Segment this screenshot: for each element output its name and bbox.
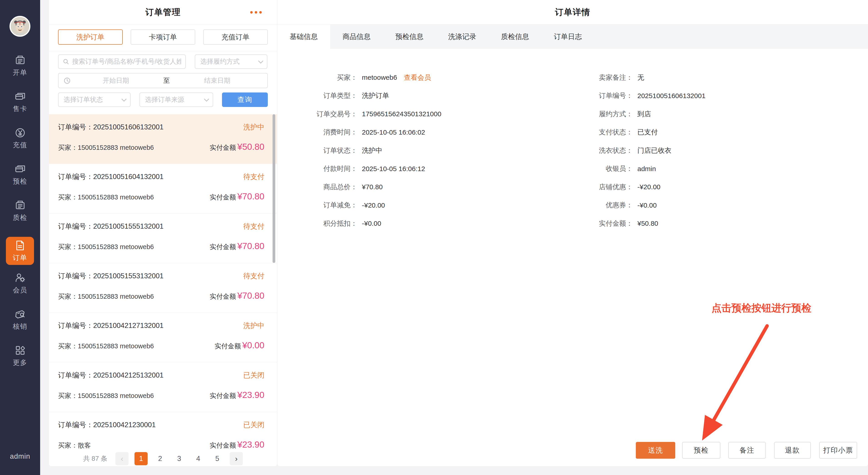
- tab-basic-info[interactable]: 基础信息: [277, 25, 330, 49]
- page-number-2[interactable]: 2: [154, 452, 167, 465]
- sidebar-item-huiyuan[interactable]: 会员: [0, 270, 40, 297]
- sidebar-item-label: 售卡: [13, 104, 27, 114]
- next-page-button[interactable]: ›: [230, 452, 243, 465]
- page-title: 订单管理: [145, 7, 181, 18]
- list-item[interactable]: 订单编号：202510051555132001 待支付 买家：150051528…: [49, 214, 277, 263]
- sidebar-item-kaidan[interactable]: 开单: [0, 52, 40, 79]
- member-icon: [14, 272, 26, 284]
- quality-icon: [14, 199, 26, 211]
- avatar-illustration: [11, 17, 29, 36]
- chevron-down-icon: [122, 97, 127, 102]
- order-status-select[interactable]: 选择订单状态: [58, 92, 131, 107]
- pagination: 共 87 条 ‹ 1 2 3 4 5 ›: [49, 451, 277, 466]
- order-detail-panel: 订单详情 基础信息 商品信息 预检信息 洗涤记录 质检信息 订单日志 买家： m…: [277, 0, 868, 466]
- more-icon: [14, 345, 26, 356]
- view-member-link[interactable]: 查看会员: [404, 73, 431, 82]
- fulfil-method-select[interactable]: 选择履约方式: [195, 54, 267, 69]
- tab-xihu-order[interactable]: 洗护订单: [58, 29, 123, 45]
- date-start-placeholder[interactable]: 开始日期: [71, 76, 161, 85]
- page-number-3[interactable]: 3: [173, 452, 186, 465]
- order-source-select[interactable]: 选择订单来源: [140, 92, 213, 107]
- recharge-icon: [14, 127, 26, 139]
- tab-kaxiang-order[interactable]: 卡项订单: [131, 29, 195, 45]
- page-number-5[interactable]: 5: [211, 452, 224, 465]
- detail-column-right: 卖家备注：无 订单编号：202510051606132001 履约方式：到店 支…: [550, 68, 706, 233]
- detail-row: 洗衣状态：门店已收衣: [550, 141, 706, 160]
- print-receipt-button[interactable]: 打印小票: [819, 442, 857, 459]
- precheck-icon: [14, 163, 26, 175]
- more-menu-icon[interactable]: •••: [250, 8, 264, 17]
- precheck-button[interactable]: 预检: [682, 442, 720, 459]
- detail-row: 实付金额：¥50.80: [550, 214, 706, 233]
- order-type-tabs: 洗护订单 卡项订单 充值订单: [58, 29, 268, 45]
- sidebar-item-shouka[interactable]: 售卡: [0, 88, 40, 116]
- detail-row: 订单类型：洗护订单: [277, 87, 441, 105]
- list-item[interactable]: 订单编号：202510042127132001 洗护中 买家：150051528…: [49, 313, 277, 362]
- paid-amount: 实付金额¥70.80: [210, 241, 265, 252]
- bill-icon: [14, 54, 26, 66]
- list-item[interactable]: 订单编号：202510042125132001 已关闭 买家：150051528…: [49, 362, 277, 412]
- list-item[interactable]: 订单编号：2025100421230001 已关闭 买家：散客 实付金额¥23.…: [49, 412, 277, 450]
- search-input[interactable]: 搜索订单号/商品名称/手机号/收货人姓: [58, 54, 186, 69]
- sidebar-item-dingdan[interactable]: 订单: [6, 237, 34, 265]
- list-item[interactable]: 订单编号：202510051606132001 洗护中 买家：150051528…: [49, 114, 277, 164]
- buyer-info: 买家：15005152883 metooweb6: [58, 193, 154, 202]
- sidebar-item-zhijian[interactable]: 质检: [0, 197, 40, 224]
- detail-row: 付款时间：2025-10-05 16:06:12: [277, 160, 441, 178]
- status-badge: 待支付: [243, 222, 265, 231]
- tab-quality-info[interactable]: 质检信息: [489, 25, 541, 49]
- send-wash-button[interactable]: 送洗: [636, 442, 675, 459]
- date-range-picker[interactable]: 开始日期 至 结束日期: [58, 73, 268, 88]
- sidebar-item-hexiao[interactable]: 核销: [0, 306, 40, 333]
- tab-precheck-info[interactable]: 预检信息: [383, 25, 436, 49]
- verify-icon: [14, 308, 26, 320]
- order-list: 订单编号：202510051606132001 洗护中 买家：150051528…: [49, 114, 277, 450]
- sidebar-item-label: 充值: [13, 140, 27, 150]
- detail-row: 订单编号：202510051606132001: [550, 87, 706, 105]
- remark-button[interactable]: 备注: [728, 442, 766, 459]
- detail-row: 优惠券：-¥0.00: [550, 196, 706, 215]
- page-number-1[interactable]: 1: [134, 452, 148, 465]
- tab-wash-record[interactable]: 洗涤记录: [436, 25, 489, 49]
- query-button[interactable]: 查询: [222, 92, 268, 107]
- buyer-info: 买家：15005152883 metooweb6: [58, 243, 154, 252]
- status-badge: 洗护中: [243, 122, 265, 132]
- avatar[interactable]: [9, 16, 30, 37]
- date-end-placeholder[interactable]: 结束日期: [172, 76, 262, 85]
- order-management-panel: 订单管理 ••• 洗护订单 卡项订单 充值订单 搜索订单号/商品名称/手机号/收…: [49, 0, 277, 466]
- order-number: 订单编号：202510051555132001: [58, 222, 163, 231]
- detail-column-left: 买家： metooweb6 查看会员 订单类型：洗护订单 订单交易号：17596…: [277, 68, 441, 233]
- detail-tabbar: 基础信息 商品信息 预检信息 洗涤记录 质检信息 订单日志: [277, 25, 868, 49]
- status-badge: 待支付: [243, 172, 265, 182]
- prev-page-button[interactable]: ‹: [116, 452, 129, 465]
- current-user: admin: [0, 452, 40, 461]
- order-icon: [14, 240, 26, 251]
- buyer-info: 买家：15005152883 metooweb6: [58, 342, 154, 351]
- list-scrollbar[interactable]: [273, 114, 275, 263]
- total-count: 共 87 条: [83, 454, 107, 463]
- chevron-down-icon: [258, 59, 264, 64]
- sidebar-item-gengduo[interactable]: 更多: [0, 342, 40, 370]
- sidebar-item-yujian[interactable]: 预检: [0, 161, 40, 188]
- sidebar-item-chongzhi[interactable]: 充值: [0, 125, 40, 152]
- tab-order-log[interactable]: 订单日志: [541, 25, 594, 49]
- detail-row: 履约方式：到店: [550, 105, 706, 123]
- list-item[interactable]: 订单编号：202510051553132001 待支付 买家：150051528…: [49, 263, 277, 313]
- sidebar-item-label: 更多: [13, 358, 27, 367]
- order-number: 订单编号：202510042125132001: [58, 371, 163, 380]
- paid-amount: 实付金额¥50.80: [210, 142, 265, 152]
- refund-button[interactable]: 退款: [774, 442, 811, 459]
- clock-icon: [63, 77, 71, 84]
- sidebar-item-label: 核销: [13, 322, 27, 331]
- detail-row: 消费时间：2025-10-05 16:06:02: [277, 123, 441, 141]
- detail-row: 店铺优惠：-¥20.00: [550, 178, 706, 196]
- detail-row: 订单交易号：175965156243501321000: [277, 105, 441, 123]
- order-number: 订单编号：2025100421230001: [58, 420, 156, 430]
- list-item[interactable]: 订单编号：202510051604132001 待支付 买家：150051528…: [49, 164, 277, 214]
- sidebar-item-label: 预检: [13, 177, 27, 186]
- tab-chongzhi-order[interactable]: 充值订单: [203, 29, 268, 45]
- buyer-info: 买家：散客: [58, 441, 91, 450]
- tab-product-info[interactable]: 商品信息: [330, 25, 383, 49]
- detail-row: 商品总价：¥70.80: [277, 178, 441, 196]
- page-number-4[interactable]: 4: [192, 452, 205, 465]
